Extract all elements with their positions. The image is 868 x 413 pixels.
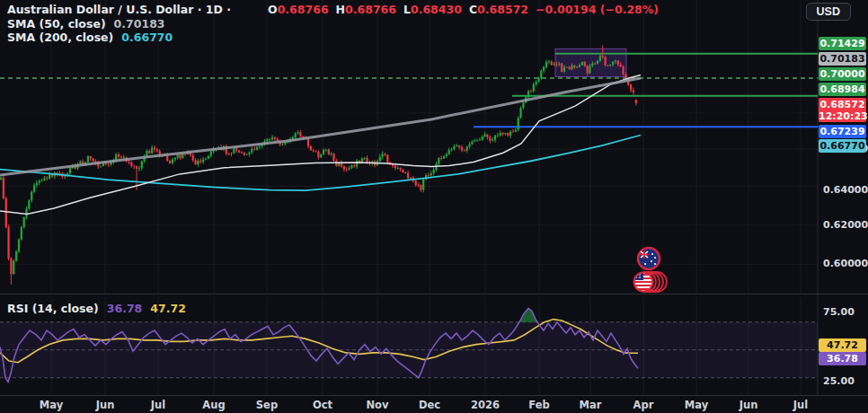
- candle-body: [359, 161, 360, 162]
- candle-body: [361, 159, 363, 163]
- chart-canvas[interactable]: [0, 0, 868, 413]
- candle-body: [624, 75, 626, 78]
- candle-body: [543, 67, 545, 71]
- time-tick-label: Oct: [303, 399, 342, 411]
- rsi-label[interactable]: RSI (14, close): [7, 302, 99, 315]
- candle-body: [241, 152, 243, 153]
- candle-body: [509, 132, 511, 136]
- candle-body: [609, 65, 611, 66]
- price-badge: 47.72: [819, 338, 866, 352]
- candle-body: [494, 136, 496, 140]
- sma50-label[interactable]: SMA (50, close): [7, 17, 106, 31]
- candle-body: [100, 166, 102, 167]
- candle-body: [597, 61, 598, 64]
- price-tick-label: 0.60000: [823, 258, 866, 269]
- candle-body: [489, 137, 491, 141]
- candle-body: [13, 261, 14, 275]
- candle-body: [43, 178, 45, 180]
- candle-body: [295, 133, 297, 136]
- price-badge: 0.70183: [819, 52, 866, 66]
- candle-body: [123, 157, 125, 158]
- candle-body: [259, 146, 261, 147]
- candle-body: [128, 162, 129, 163]
- candle-body: [228, 154, 230, 154]
- price-badge: 0.68984: [819, 83, 866, 96]
- candle-body: [23, 217, 25, 227]
- candle-body: [154, 147, 155, 149]
- candle-body: [28, 200, 30, 208]
- candle-body: [166, 155, 168, 161]
- candle-body: [136, 166, 137, 169]
- candle-body: [3, 178, 4, 198]
- candle-body: [346, 169, 348, 170]
- candle-body: [633, 90, 634, 92]
- time-tick-label: Sep: [247, 399, 287, 411]
- price-badge: 0.71429: [819, 37, 866, 50]
- candle-body: [87, 156, 89, 163]
- candle-body: [205, 159, 207, 160]
- candle-body: [299, 132, 301, 136]
- candle-body: [415, 181, 417, 186]
- candle-body: [246, 154, 248, 155]
- candle-body: [566, 67, 568, 68]
- candle-body: [386, 155, 388, 163]
- candle-body: [497, 136, 499, 136]
- candle-body: [274, 137, 276, 139]
- candle-body: [25, 208, 27, 217]
- candle-body: [440, 158, 442, 159]
- candle-body: [576, 67, 578, 68]
- candle-body: [325, 150, 327, 151]
- price-badge: 0.67239: [819, 125, 866, 138]
- candle-body: [307, 139, 309, 146]
- candle-body: [7, 227, 9, 259]
- candle-body: [571, 66, 572, 69]
- candle-body: [69, 168, 71, 173]
- candle-body: [555, 64, 557, 65]
- candle-body: [141, 162, 143, 169]
- us-flag-icon[interactable]: [633, 272, 667, 292]
- candle-body: [587, 66, 589, 73]
- symbol-title[interactable]: Australian Dollar / U.S. Dollar · 1D ·: [7, 3, 231, 17]
- candle-body: [197, 161, 199, 164]
- time-tick-label: Jun: [729, 399, 768, 411]
- candle-body: [244, 153, 245, 154]
- candle-body: [41, 180, 43, 181]
- currency-toggle-button[interactable]: USD: [806, 3, 851, 21]
- candle-body: [410, 178, 412, 179]
- candle-body: [569, 67, 571, 69]
- candle-body: [548, 61, 550, 62]
- time-tick-label: Nov: [358, 399, 397, 411]
- australia-flag-icon[interactable]: [638, 248, 660, 269]
- candle-body: [317, 152, 319, 157]
- candle-body: [15, 251, 17, 261]
- candle-body: [537, 78, 539, 82]
- candle-body: [599, 56, 601, 61]
- candle-body: [464, 150, 465, 151]
- price-tick-label: 0.62000: [823, 219, 866, 231]
- candle-body: [602, 56, 604, 57]
- candle-body: [438, 158, 439, 164]
- candle-body: [379, 157, 381, 162]
- candle-body: [545, 62, 547, 67]
- candle-body: [515, 129, 517, 131]
- candle-body: [151, 147, 153, 153]
- candle-body: [502, 133, 504, 134]
- candle-body: [210, 152, 212, 156]
- candle-body: [446, 154, 447, 156]
- candle-body: [349, 168, 350, 169]
- sma200-label[interactable]: SMA (200, close): [7, 31, 113, 45]
- candle-body: [320, 154, 322, 157]
- candle-body: [230, 154, 232, 154]
- rsi-tick-label: 75.00: [823, 306, 866, 318]
- candle-body: [46, 178, 48, 179]
- candle-body: [353, 165, 355, 166]
- candle-body: [622, 66, 624, 75]
- candle-body: [31, 192, 32, 201]
- candle-body: [235, 148, 237, 150]
- candle-body: [356, 161, 358, 167]
- candle-body: [554, 64, 555, 65]
- rsi-tick-label: 25.00: [823, 375, 866, 387]
- candle-body: [507, 133, 509, 136]
- candle-body: [202, 160, 204, 163]
- candle-body: [5, 198, 7, 227]
